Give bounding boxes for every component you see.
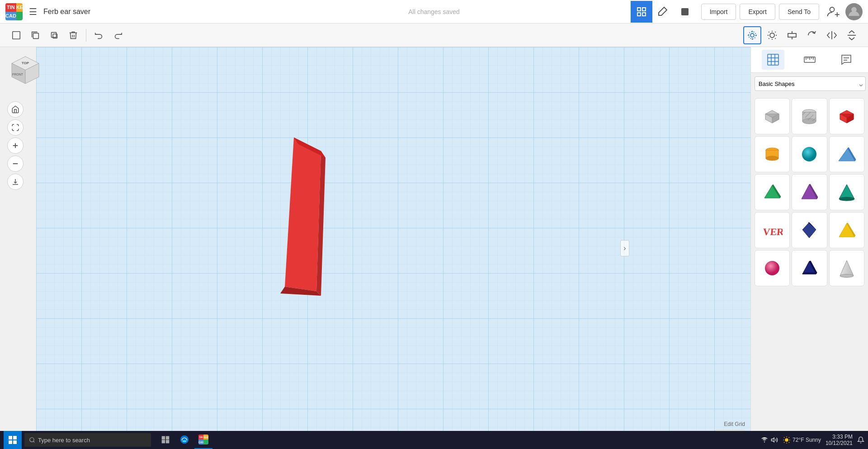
camera-view-button[interactable] [743, 26, 761, 44]
clock-display: 3:33 PM 10/12/2021 [826, 434, 853, 446]
svg-point-13 [750, 33, 754, 37]
shape-item-pink-sphere[interactable] [755, 250, 790, 286]
view-grid-button[interactable] [631, 1, 652, 23]
svg-rect-109 [162, 440, 165, 444]
svg-line-118 [784, 437, 784, 438]
shape-item-box[interactable] [755, 98, 790, 134]
shape-item-purple-pyramid[interactable] [792, 174, 827, 210]
tab-ruler[interactable] [798, 50, 821, 70]
zoom-fit-button[interactable] [7, 119, 24, 136]
edit-grid-label[interactable]: Edit Grid [724, 421, 745, 427]
date-display: 10/12/2021 [826, 440, 853, 446]
svg-point-14 [749, 32, 756, 39]
move-down-button[interactable] [7, 174, 24, 190]
logo[interactable]: TIN KER CAD [5, 3, 23, 20]
svg-point-81 [802, 147, 816, 161]
shape-item-text[interactable]: VERY [755, 212, 790, 248]
view-cube[interactable]: TOP FRONT [7, 54, 43, 90]
shape-item-blue-wedge[interactable] [829, 136, 864, 172]
redo-button[interactable] [109, 26, 127, 44]
svg-rect-104 [13, 440, 17, 444]
svg-point-95 [765, 261, 779, 275]
volume-icon [771, 436, 778, 444]
taskbar-search[interactable]: Type here to search [24, 433, 151, 447]
shape-item-orange-cylinder[interactable] [755, 136, 790, 172]
pink-sphere-icon [761, 257, 783, 279]
avatar[interactable] [845, 3, 863, 20]
svg-line-106 [33, 441, 35, 443]
import-button[interactable]: Import [701, 4, 736, 20]
copy-button[interactable] [26, 26, 44, 44]
notification-icon[interactable] [857, 436, 864, 444]
duplicate-button[interactable] [45, 26, 63, 44]
svg-text:FRONT: FRONT [12, 73, 24, 76]
svg-line-24 [769, 32, 769, 32]
system-tray-icons [761, 436, 778, 444]
shape-item-yellow-pyramid[interactable] [829, 212, 864, 248]
autosave-status: All changes saved [408, 8, 460, 15]
svg-rect-107 [162, 436, 165, 440]
delete-button[interactable] [64, 26, 82, 44]
toolbar [0, 24, 868, 47]
taskbar: Type here to search TIN KER CAD [0, 431, 868, 449]
time-display: 3:33 PM [826, 434, 853, 440]
start-button[interactable] [4, 431, 22, 449]
red-cube-icon [835, 105, 858, 128]
export-button[interactable]: Export [740, 4, 775, 20]
canvas-area[interactable]: › Edit Grid Snap Grid 0.1 mm [36, 47, 750, 449]
zoom-in-button[interactable] [7, 137, 24, 154]
svg-line-26 [769, 38, 769, 38]
new-button[interactable] [7, 26, 25, 44]
shapes-category-dropdown[interactable]: Basic Shapes Featured Letters Connectors [755, 76, 866, 91]
flip-button[interactable] [843, 26, 861, 44]
project-name[interactable]: Ferb ear saver [43, 8, 90, 16]
menu-icon[interactable]: ☰ [29, 6, 37, 17]
undo-button[interactable] [90, 26, 108, 44]
tab-comment[interactable] [835, 50, 858, 70]
shape-item-teal-sphere[interactable] [792, 136, 827, 172]
add-user-button[interactable] [825, 3, 842, 20]
weather-text: 72°F Sunny [793, 437, 821, 443]
home-view-button[interactable] [7, 101, 24, 118]
right-panel-tabs [751, 47, 868, 73]
svg-point-5 [830, 7, 835, 12]
taskbar-app-edge[interactable] [175, 431, 193, 449]
tab-grid[interactable] [762, 50, 784, 70]
search-placeholder: Type here to search [38, 437, 90, 444]
send-to-button[interactable]: Send To [779, 4, 819, 20]
svg-line-119 [789, 442, 789, 443]
teal-sphere-icon [798, 143, 821, 165]
zoom-out-button[interactable] [7, 156, 24, 172]
shape-item-teal-cone[interactable] [829, 174, 864, 210]
right-panel: Basic Shapes Featured Letters Connectors… [750, 47, 868, 449]
view-sim-button[interactable] [674, 1, 696, 23]
purple-pyramid-icon [798, 181, 821, 203]
view-controls [7, 101, 24, 190]
taskbar-app-tinkercad[interactable]: TIN KER CAD [194, 431, 212, 449]
shapes-dropdown-row: Basic Shapes Featured Letters Connectors… [751, 73, 868, 95]
svg-rect-9 [13, 31, 20, 39]
svg-rect-10 [33, 33, 38, 38]
shape-item-gem[interactable] [792, 212, 827, 248]
mirror-button[interactable] [823, 26, 841, 44]
toolbar-separator [86, 29, 86, 42]
3d-shape[interactable] [276, 137, 326, 291]
taskbar-app-task-view[interactable] [156, 431, 175, 449]
view-build-button[interactable] [652, 1, 674, 23]
shape-item-red-cube[interactable] [829, 98, 864, 134]
gem-icon [798, 219, 821, 241]
panel-collapse-button[interactable]: › [620, 240, 629, 256]
align-button[interactable] [783, 26, 801, 44]
shape-item-cylinder-striped[interactable] [792, 98, 827, 134]
svg-point-89 [839, 197, 854, 201]
green-pyramid-icon [761, 181, 783, 203]
svg-point-113 [764, 442, 765, 443]
shape-item-navy-prism[interactable] [792, 250, 827, 286]
shape-item-green-pyramid[interactable] [755, 174, 790, 210]
shape-item-gray-cone[interactable] [829, 250, 864, 286]
rotate-button[interactable] [803, 26, 821, 44]
svg-point-80 [766, 156, 778, 161]
svg-marker-99 [840, 260, 854, 276]
light-button[interactable] [763, 26, 781, 44]
svg-point-115 [785, 438, 788, 442]
